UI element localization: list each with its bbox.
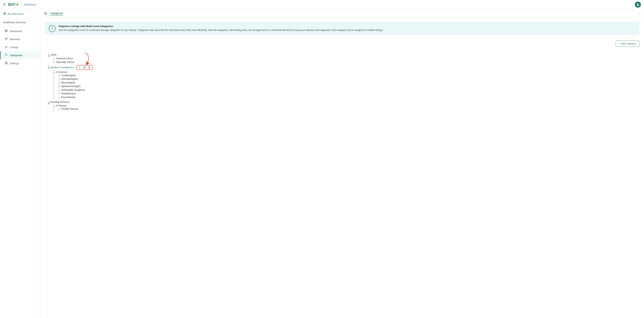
svg-rect-5 — [5, 31, 6, 32]
my-directories-link[interactable]: My Directories — [0, 9, 40, 19]
app-title: Directory — [24, 3, 36, 6]
category-tree: − Clinic General Clinics Specialty Clini… — [40, 50, 644, 119]
top-navigation: ☰ BAT●I Directory — [0, 0, 644, 9]
ophthalmologists-node[interactable]: Ophthalmologists — [61, 84, 85, 88]
settings-label: Settings — [10, 62, 19, 65]
my-directories-label: My Directories — [8, 13, 24, 15]
logo-text: BAT●I — [8, 2, 18, 7]
sidebar: My Directories Healthcare Directory Dash… — [0, 9, 40, 318]
breadcrumb-current: Categories — [50, 12, 63, 15]
psychiatrists-node[interactable]: Psychiatrists — [61, 95, 85, 99]
svg-point-8 — [6, 38, 7, 39]
cardiologists-node[interactable]: Cardiologists — [61, 74, 85, 77]
info-icon: i — [49, 25, 56, 32]
pediatricians-node[interactable]: Pediatricians — [61, 92, 85, 95]
sidebar-item-listings[interactable]: Listings — [0, 43, 40, 51]
dashboard-icon — [4, 29, 8, 33]
specialty-clinics-node[interactable]: Specialty Clinics — [56, 60, 74, 64]
directory-name[interactable]: Healthcare Directory — [0, 19, 40, 26]
user-avatar[interactable] — [635, 2, 641, 8]
listings-icon — [4, 46, 8, 49]
pediatri-nurses-node[interactable]: Pediatri Nurses — [61, 107, 78, 111]
settings-icon — [4, 62, 8, 65]
general-clinics-node[interactable]: General Clinics — [56, 57, 74, 60]
dashboard-label: Dashboard — [10, 30, 22, 33]
categories-label: Categories — [10, 54, 22, 57]
neurologists-node[interactable]: Neurologists — [61, 81, 85, 84]
info-text-block: Organize Listings with Multi-Level Categ… — [59, 25, 383, 32]
my-directories-icon — [3, 12, 6, 16]
breadcrumb-bar: › Categories ◁ — [40, 9, 644, 18]
members-icon — [4, 37, 8, 41]
svg-rect-3 — [5, 30, 6, 31]
delete-button[interactable] — [88, 66, 91, 69]
nurses-node[interactable]: − Nurses Pediatri Nurses — [56, 104, 78, 111]
svg-rect-6 — [6, 31, 7, 32]
main-layout: My Directories Healthcare Directory Dash… — [0, 9, 644, 318]
svg-rect-4 — [6, 30, 7, 31]
logo: BAT●I — [8, 2, 18, 7]
info-banner: i Organize Listings with Multi-Level Cat… — [45, 22, 640, 35]
svg-point-0 — [637, 4, 638, 5]
dermatologists-node[interactable]: Dermatologists — [61, 77, 85, 81]
sidebar-collapse-icon[interactable]: ◁ — [638, 12, 640, 15]
sidebar-item-categories[interactable]: Categories — [0, 51, 40, 59]
svg-point-2 — [4, 13, 5, 14]
categories-icon — [4, 54, 8, 57]
svg-point-7 — [5, 38, 6, 39]
home-breadcrumb-icon[interactable] — [44, 12, 47, 15]
info-title: Organize Listings with Multi-Level Categ… — [59, 25, 383, 28]
add-category-button[interactable]: + Add Category — [616, 41, 640, 47]
sidebar-item-settings[interactable]: Settings — [0, 59, 40, 67]
sidebar-navigation: Dashboard Members Listings Categories — [0, 27, 40, 67]
listings-label: Listings — [10, 46, 18, 49]
toolbar: + Add Category — [40, 39, 644, 50]
sidebar-item-dashboard[interactable]: Dashboard — [0, 27, 40, 35]
hamburger-menu-icon[interactable]: ☰ — [3, 3, 6, 6]
breadcrumb-separator: › — [48, 12, 49, 15]
nav-divider — [21, 2, 21, 7]
edit-button[interactable] — [83, 66, 86, 69]
medical-practitioners-node[interactable]: Medical Practitioners — [50, 65, 92, 70]
add-child-button[interactable] — [78, 66, 81, 69]
info-body: Use the Categories screen to create and … — [59, 28, 383, 32]
clinic-node[interactable]: Clinic — [50, 53, 74, 57]
members-label: Members — [10, 38, 20, 41]
svg-point-13 — [6, 63, 6, 64]
orthopedic-surgeons-node[interactable]: Orthopedic Surgeons — [61, 88, 85, 92]
nursing-services-node[interactable]: Nursing Services — [50, 100, 78, 104]
action-buttons-box — [76, 65, 92, 70]
sidebar-item-members[interactable]: Members — [0, 35, 40, 43]
doctors-node[interactable]: − Doctors Cardiologists Dermatologists N… — [56, 70, 92, 99]
main-content: › Categories ◁ i Organize Listings with … — [40, 9, 644, 318]
